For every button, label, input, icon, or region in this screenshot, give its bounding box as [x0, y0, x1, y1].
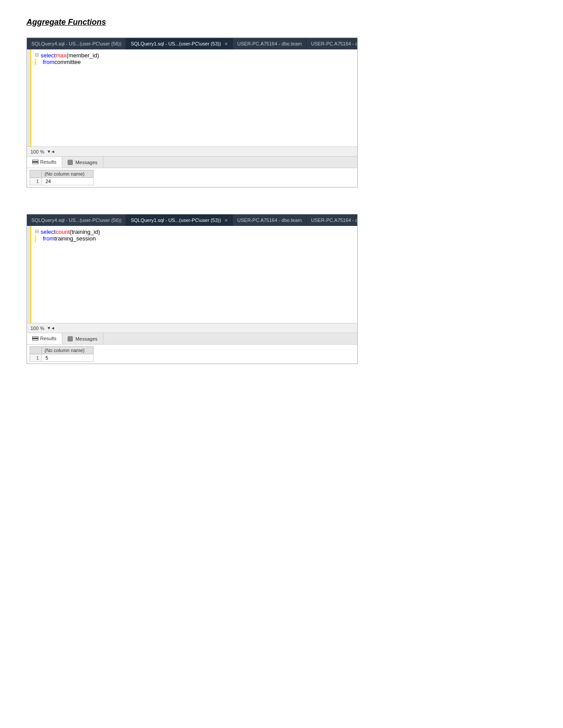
tab-dbo-athlete[interactable]: USER-PC.A75164 - dbo.athlete — [306, 38, 357, 49]
tab-bar-2: SQLQuery4.sql - US...(user-PC\user (56))… — [27, 214, 357, 226]
code-content-1[interactable]: ⊟ select max(member_id) from committee — [31, 49, 357, 146]
collapse-icon: ⊟ — [35, 52, 39, 58]
row-number-2: 1 — [30, 354, 42, 362]
tab-bar-1: SQLQuery4.sql - US...(user-PC\user (56))… — [27, 38, 357, 49]
results-tab-messages-1[interactable]: Messages — [62, 157, 103, 168]
status-arrows: ▾ ◂ — [48, 149, 54, 154]
tab2-sqlquery4[interactable]: SQLQuery4.sql - US...(user-PC\user (56)) — [27, 214, 126, 226]
col-noname-header: (No column name) — [42, 170, 94, 178]
messages-tab-label-2: Messages — [76, 336, 98, 341]
tab-label: USER-PC.A75164 - dbo.team — [237, 41, 302, 46]
code-line-1: ⊟ select max(member_id) — [35, 52, 354, 59]
col-noname-header-2: (No column name) — [42, 347, 94, 354]
results-panel-1: Results Messages (No column name) 1 — [27, 156, 357, 187]
results-tab-label-2: Results — [40, 336, 57, 341]
results-table-wrap-2: (No column name) 1 5 — [27, 345, 357, 364]
status-bar-1: 100 % ▾ ◂ — [27, 146, 357, 156]
tab2-dbo-athlete[interactable]: USER-PC.A75164 - dbo.athlete — [306, 214, 357, 226]
tab-label: USER-PC.A75164 - dbo.team — [237, 218, 302, 223]
keyword-from: from — [43, 59, 54, 65]
keyword-select-2: select — [41, 229, 56, 235]
results-tabs-2: Results Messages — [27, 333, 357, 345]
cell-value-24: 24 — [42, 178, 94, 185]
results-grid-icon — [32, 160, 38, 164]
tab-label: USER-PC.A75164 - dbo.athlete — [311, 41, 357, 46]
results-table-2: (No column name) 1 5 — [30, 346, 94, 362]
page-title: Aggregate Functions — [26, 18, 537, 27]
results-grid-icon-2 — [32, 336, 38, 341]
status-bar-2: 100 % ▾ ◂ — [27, 323, 357, 333]
keyword-select: select — [41, 52, 56, 59]
param-member-id: member_id — [68, 52, 97, 59]
left-gutter-1 — [27, 49, 31, 146]
param-training-id: training_id — [72, 229, 98, 235]
collapse-icon-2: ⊟ — [35, 229, 39, 234]
code-with-gutter-2: ⊟ select count(training_id) from trainin… — [27, 226, 357, 323]
code-line-3: ⊟ select count(training_id) — [35, 229, 354, 235]
messages-tab-label: Messages — [76, 160, 98, 165]
tab-label: USER-PC.A75164 - dbo.athlete — [311, 218, 357, 223]
results-table-wrap-1: (No column name) 1 24 — [27, 168, 357, 187]
paren-close-2: ) — [98, 229, 100, 235]
code-content-2[interactable]: ⊟ select count(training_id) from trainin… — [31, 226, 357, 323]
results-tab-label: Results — [40, 159, 57, 165]
zoom-level-2: 100 % — [30, 326, 44, 331]
results-tabs-1: Results Messages — [27, 157, 357, 168]
zoom-level-1: 100 % — [30, 149, 44, 154]
results-tab-results-2[interactable]: Results — [27, 333, 62, 344]
cell-value-5: 5 — [42, 354, 94, 362]
row-number: 1 — [30, 178, 42, 185]
tab-label: SQLQuery4.sql - US...(user-PC\user (56)) — [31, 41, 121, 46]
messages-icon-2 — [68, 336, 73, 341]
table-training-session: training_session — [54, 235, 96, 242]
keyword-from-2: from — [43, 235, 54, 242]
paren-close: ) — [97, 52, 99, 59]
tab-label: SQLQuery4.sql - US...(user-PC\user (56)) — [31, 218, 121, 223]
code-line-2: from committee — [35, 59, 354, 65]
tab-sqlquery4[interactable]: SQLQuery4.sql - US...(user-PC\user (56)) — [27, 38, 126, 49]
results-tab-messages-2[interactable]: Messages — [62, 333, 103, 344]
col-rownum-header — [30, 170, 42, 178]
tab-label: SQLQuery1.sql - US...(user-PC\user (53)) — [131, 41, 221, 46]
tab-sqlquery1-active[interactable]: SQLQuery1.sql - US...(user-PC\user (53))… — [126, 38, 233, 49]
results-table-1: (No column name) 1 24 — [30, 170, 94, 185]
table-row: 1 24 — [30, 178, 94, 185]
fn-count: count — [56, 229, 70, 235]
sql-editor-block-1: SQLQuery4.sql - US...(user-PC\user (56))… — [26, 38, 358, 188]
tab-label: SQLQuery1.sql - US...(user-PC\user (53)) — [131, 218, 221, 223]
tab2-sqlquery1-active[interactable]: SQLQuery1.sql - US...(user-PC\user (53))… — [126, 214, 233, 226]
code-with-gutter-1: ⊟ select max(member_id) from committee — [27, 49, 357, 146]
left-gutter-2 — [27, 226, 31, 323]
results-tab-results-1[interactable]: Results — [27, 157, 62, 168]
table-committee: committee — [54, 59, 81, 65]
tab-dbo-team[interactable]: USER-PC.A75164 - dbo.team — [233, 38, 306, 49]
tab2-dbo-team[interactable]: USER-PC.A75164 - dbo.team — [233, 214, 306, 226]
tab2-close-icon[interactable]: ✕ — [224, 218, 228, 223]
table-row: 1 5 — [30, 354, 94, 362]
col-rownum-header-2 — [30, 347, 42, 354]
sql-editor-block-2: SQLQuery4.sql - US...(user-PC\user (56))… — [26, 214, 358, 364]
tab-close-icon[interactable]: ✕ — [224, 41, 228, 46]
code-line-4: from training_session — [35, 235, 354, 242]
results-panel-2: Results Messages (No column name) 1 — [27, 333, 357, 364]
messages-icon — [68, 160, 73, 165]
status-arrows-2: ▾ ◂ — [48, 325, 54, 331]
fn-max: max — [56, 52, 67, 59]
